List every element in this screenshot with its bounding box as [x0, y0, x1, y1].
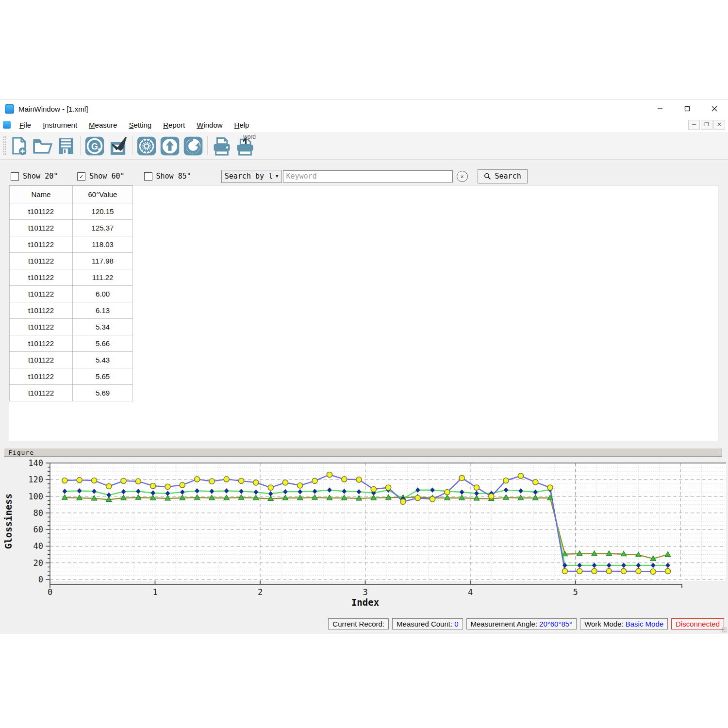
checkbox-label: Show 60°: [89, 172, 124, 181]
cell-value[interactable]: 120.15: [73, 203, 133, 220]
sync-icon[interactable]: [182, 134, 204, 157]
resize-grip[interactable]: [721, 627, 727, 633]
checkbox-show85[interactable]: Show 85°: [144, 172, 191, 181]
cell-name[interactable]: t101122: [10, 368, 73, 385]
search-input[interactable]: [283, 170, 453, 182]
table-row[interactable]: t1011226.13: [10, 302, 133, 319]
instrument-icon[interactable]: G: [83, 134, 106, 157]
table-row[interactable]: t1011226.00: [10, 286, 133, 302]
search-button[interactable]: Search: [478, 169, 528, 183]
column-header-name[interactable]: Name: [10, 186, 73, 203]
cell-value[interactable]: 5.65: [73, 368, 133, 385]
svg-text:Index: Index: [351, 597, 379, 608]
cell-name[interactable]: t101122: [10, 220, 73, 236]
maximize-button[interactable]: [674, 100, 701, 117]
mdi-restore-button[interactable]: ❐: [701, 120, 712, 130]
cell-name[interactable]: t101122: [10, 352, 73, 368]
status-label: Work Mode:: [584, 620, 624, 628]
menu-file[interactable]: File: [14, 119, 37, 131]
measurements-table: Name 60°Value t101122120.15t101122125.37…: [9, 185, 133, 401]
cell-value[interactable]: 125.37: [73, 220, 133, 236]
table-row[interactable]: t1011225.66: [10, 335, 133, 352]
mdi-minimize-button[interactable]: ─: [688, 120, 700, 130]
search-by-dropdown[interactable]: Search by l ▼: [221, 170, 282, 183]
status-label: Measured Count:: [397, 620, 452, 628]
table-row[interactable]: t101122125.37: [10, 220, 133, 236]
connection-status-badge: Disconnected: [671, 618, 724, 629]
table-row[interactable]: t1011225.65: [10, 368, 133, 385]
toolbar-separator: [80, 136, 81, 155]
cell-name[interactable]: t101122: [10, 286, 73, 302]
export-word-icon[interactable]: word: [234, 134, 256, 157]
clear-search-icon[interactable]: ✕: [457, 171, 468, 182]
close-button[interactable]: [701, 100, 728, 117]
cell-value[interactable]: 6.00: [73, 286, 133, 302]
status-value: 0: [454, 620, 458, 628]
upload-icon[interactable]: [159, 134, 181, 157]
menu-window[interactable]: Window: [191, 119, 228, 131]
toolbar-grip[interactable]: [3, 136, 6, 155]
minimize-button[interactable]: [646, 100, 674, 117]
cell-value[interactable]: 117.98: [73, 253, 133, 269]
main-window: MainWindow - [1.xml] FileInstrumentMeasu…: [0, 99, 728, 634]
cell-value[interactable]: 111.22: [73, 269, 133, 286]
cell-name[interactable]: t101122: [10, 385, 73, 401]
cell-name[interactable]: t101122: [10, 335, 73, 352]
cell-value[interactable]: 5.34: [73, 319, 133, 335]
menu-report[interactable]: Report: [157, 119, 191, 131]
menu-instrument[interactable]: Instrument: [37, 119, 83, 131]
glossiness-chart: 020406080100120140Glossiness012345Index: [4, 457, 727, 615]
table-row[interactable]: t1011225.34: [10, 319, 133, 335]
table-row[interactable]: t101122120.15: [10, 203, 133, 220]
svg-text:3: 3: [363, 587, 367, 597]
cell-name[interactable]: t101122: [10, 253, 73, 269]
table-row[interactable]: t101122111.22: [10, 269, 133, 286]
calibration-icon[interactable]: [135, 134, 158, 157]
cell-value[interactable]: 6.13: [73, 302, 133, 319]
cell-name[interactable]: t101122: [10, 203, 73, 220]
menu-help[interactable]: Help: [229, 119, 255, 131]
cell-name[interactable]: t101122: [10, 269, 73, 286]
checkbox-show60[interactable]: ✓Show 60°: [77, 172, 124, 181]
window-title: MainWindow - [1.xml]: [18, 105, 88, 113]
svg-text:60: 60: [33, 525, 43, 534]
table-row[interactable]: t1011225.43: [10, 352, 133, 368]
status-item: Current Record:: [328, 618, 389, 629]
figure-title: Figure: [8, 449, 34, 456]
svg-text:80: 80: [33, 508, 43, 518]
app-icon: [5, 104, 14, 114]
column-header-value[interactable]: 60°Value: [73, 186, 133, 203]
table-row[interactable]: t1011225.69: [10, 385, 133, 401]
search-by-label: Search by l: [225, 172, 273, 181]
cell-value[interactable]: 118.03: [73, 236, 133, 253]
open-file-icon[interactable]: [32, 134, 54, 157]
print-icon[interactable]: [211, 134, 233, 157]
mdi-close-button[interactable]: ✕: [713, 120, 725, 130]
svg-text:5: 5: [573, 587, 578, 597]
svg-text:0: 0: [38, 575, 43, 584]
checkbox-icon[interactable]: [144, 172, 152, 181]
svg-text:120: 120: [28, 475, 43, 484]
cell-name[interactable]: t101122: [10, 319, 73, 335]
table-row[interactable]: t101122117.98: [10, 253, 133, 269]
measure-icon[interactable]: [107, 134, 129, 157]
menu-measure[interactable]: Measure: [83, 119, 123, 131]
search-icon: [484, 173, 491, 180]
cell-name[interactable]: t101122: [10, 302, 73, 319]
figure-panel-titlebar[interactable]: Figure: [4, 448, 722, 457]
cell-value[interactable]: 5.66: [73, 335, 133, 352]
checkbox-show20[interactable]: Show 20°: [11, 172, 58, 181]
new-file-icon[interactable]: [8, 134, 31, 157]
cell-value[interactable]: 5.43: [73, 352, 133, 368]
cell-name[interactable]: t101122: [10, 236, 73, 253]
toolbar-separator: [132, 136, 132, 155]
checkbox-icon[interactable]: [11, 172, 19, 181]
table-row[interactable]: t101122118.03: [10, 236, 133, 253]
checkbox-icon[interactable]: ✓: [77, 172, 85, 181]
search-button-label: Search: [495, 172, 521, 181]
svg-text:40: 40: [33, 541, 43, 551]
status-label: Current Record:: [332, 620, 384, 628]
save-icon[interactable]: [55, 134, 77, 157]
menu-setting[interactable]: Setting: [123, 119, 157, 131]
cell-value[interactable]: 5.69: [73, 385, 133, 401]
